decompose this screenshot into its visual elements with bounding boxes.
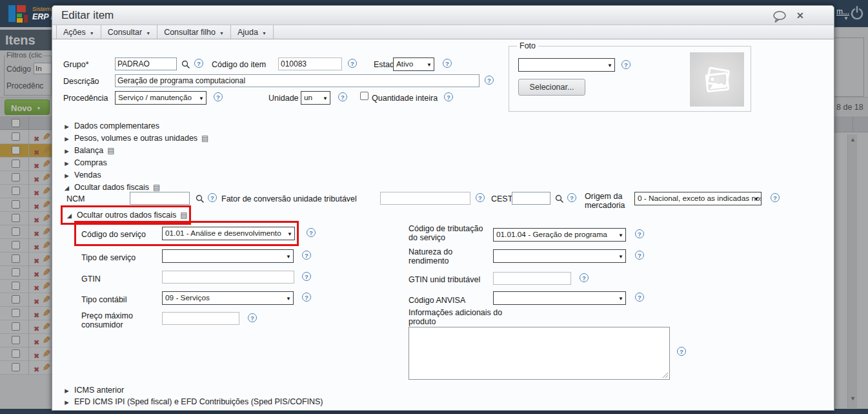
- help-icon[interactable]: [214, 92, 223, 101]
- section-toggle[interactable]: ICMS anterior: [63, 384, 323, 396]
- cest-input[interactable]: [512, 192, 550, 205]
- codigo-anvisa-select[interactable]: [493, 291, 626, 305]
- gtin-input[interactable]: [162, 271, 294, 284]
- chevron-down-icon: [146, 28, 150, 37]
- menu-consultar-filho[interactable]: Consultar filho: [157, 25, 231, 39]
- help-icon[interactable]: [567, 193, 576, 202]
- help-icon[interactable]: [635, 251, 644, 260]
- descricao-label: Descrição: [63, 77, 99, 86]
- preco-maximo-input[interactable]: [162, 312, 239, 325]
- section-toggle[interactable]: Compras: [63, 156, 208, 169]
- foto-selecionar-button[interactable]: Selecionar...: [518, 79, 585, 96]
- codigo-servico-label: Código do serviço: [81, 230, 146, 239]
- help-icon[interactable]: [302, 293, 311, 302]
- section-label: Balança: [74, 146, 103, 155]
- expand-arrow-icon: [63, 409, 70, 411]
- section-toggle-outros-dados-fiscais[interactable]: Ocultar outros dados fiscais: [66, 209, 188, 221]
- procedencia-select[interactable]: Serviço / manutenção: [115, 91, 207, 105]
- codigo-anvisa-label: Código ANVISA: [409, 296, 465, 305]
- section-toggle[interactable]: Pesos, volumes e outras unidades: [63, 132, 208, 144]
- informacoes-adicionais-textarea[interactable]: [409, 327, 670, 380]
- power-icon[interactable]: [849, 5, 865, 21]
- help-icon[interactable]: [476, 193, 485, 202]
- menu-consultar[interactable]: Consultar: [101, 25, 157, 39]
- help-icon[interactable]: [302, 251, 311, 260]
- section-label: Combustíveis: [74, 409, 123, 411]
- section-label: Pesos, volumes e outras unidades: [74, 134, 197, 143]
- search-icon[interactable]: [555, 194, 564, 203]
- fator-conversao-input[interactable]: [380, 192, 470, 205]
- help-icon[interactable]: [580, 273, 589, 282]
- edit-item-dialog: Editar item Ações Consultar Consultar fi…: [52, 5, 834, 411]
- estado-select[interactable]: Ativo: [393, 57, 434, 71]
- fator-conversao-label: Fator de conversão unidade tributável: [221, 194, 357, 203]
- document-icon[interactable]: [107, 146, 114, 155]
- unidade-select[interactable]: un: [301, 91, 330, 105]
- tipo-contabil-label: Tipo contábil: [81, 295, 126, 304]
- help-icon[interactable]: [194, 59, 203, 68]
- origem-mercadoria-select[interactable]: 0 - Nacional, exceto as indicadas nos c: [634, 192, 762, 205]
- section-label: Compras: [74, 158, 107, 167]
- dialog-titlebar: Editar item: [52, 6, 834, 25]
- ncm-input[interactable]: [130, 192, 190, 205]
- foto-fieldset: Foto Selecionar...: [509, 46, 751, 112]
- codigo-servico-select[interactable]: 01.01 - Análise e desenvolvimento: [162, 227, 295, 240]
- document-icon[interactable]: [180, 211, 187, 220]
- menu-acoes[interactable]: Ações: [56, 25, 101, 39]
- search-icon[interactable]: [196, 194, 205, 203]
- help-icon[interactable]: [621, 60, 631, 69]
- document-icon[interactable]: [201, 134, 208, 143]
- grupo-input[interactable]: [115, 57, 177, 70]
- help-icon[interactable]: [444, 92, 453, 101]
- section-label: ICMS anterior: [74, 386, 124, 395]
- close-icon[interactable]: [796, 10, 807, 21]
- codigo-item-label: Código do item: [212, 60, 266, 69]
- gtin-unid-tributavel-label: GTIN unid tributável: [409, 275, 480, 284]
- section-toggle[interactable]: Balança: [63, 144, 208, 156]
- account-link[interactable]: m...: [836, 7, 849, 16]
- tipo-servico-select[interactable]: [162, 249, 294, 263]
- section-toggle[interactable]: Dados complementares: [63, 119, 208, 132]
- quantidade-inteira-checkbox[interactable]: [360, 92, 368, 100]
- chevron-down-icon: [262, 28, 267, 37]
- help-icon[interactable]: [485, 76, 494, 85]
- document-icon[interactable]: [153, 183, 160, 192]
- codigo-tributacao-label: Código de tributação do serviço: [409, 224, 489, 242]
- codigo-tributacao-select[interactable]: 01.01.04 - Geração de programa: [493, 228, 626, 242]
- expand-arrow-icon: [63, 397, 70, 406]
- help-icon[interactable]: [771, 193, 780, 202]
- dialog-title: Editar item: [61, 9, 114, 22]
- natureza-rendimento-select[interactable]: [493, 249, 626, 263]
- help-icon[interactable]: [635, 293, 644, 302]
- help-icon[interactable]: [348, 59, 357, 68]
- ncm-label: NCM: [66, 194, 85, 203]
- gtin-label: GTIN: [81, 274, 101, 284]
- help-icon[interactable]: [443, 59, 452, 68]
- section-label: Dados complementares: [74, 121, 159, 130]
- help-icon[interactable]: [208, 193, 217, 202]
- section-toggle[interactable]: EFD ICMS IPI (Sped fiscal) e EFD Contrib…: [63, 396, 323, 408]
- help-icon[interactable]: [302, 272, 311, 281]
- section-toggle[interactable]: Combustíveis: [63, 408, 323, 411]
- chevron-down-icon: [90, 28, 94, 37]
- descricao-input[interactable]: [115, 74, 479, 87]
- search-icon[interactable]: [181, 60, 190, 69]
- informacoes-adicionais-label: Informações adicionais do produto: [409, 308, 512, 326]
- codigo-item-input[interactable]: [278, 57, 342, 70]
- menu-ajuda[interactable]: Ajuda: [231, 25, 274, 39]
- help-icon[interactable]: [248, 313, 257, 322]
- help-icon[interactable]: [677, 347, 686, 356]
- section-toggle-list: Dados complementaresPesos, volumes e out…: [63, 119, 208, 193]
- help-icon[interactable]: [338, 92, 347, 101]
- gtin-unid-tributavel-input[interactable]: [493, 272, 571, 285]
- chevron-down-icon[interactable]: ▼: [843, 16, 849, 21]
- comment-icon[interactable]: [772, 10, 787, 22]
- section-label: Vendas: [74, 171, 101, 180]
- help-icon[interactable]: [635, 229, 644, 238]
- section-toggle[interactable]: Vendas: [63, 169, 208, 181]
- preco-maximo-label: Preço máximo consumidor: [81, 311, 143, 329]
- help-icon[interactable]: [307, 228, 316, 237]
- foto-select[interactable]: [518, 58, 615, 72]
- tipo-contabil-select[interactable]: 09 - Serviços: [162, 291, 294, 305]
- quantidade-inteira-label: Quantidade inteira: [372, 94, 438, 103]
